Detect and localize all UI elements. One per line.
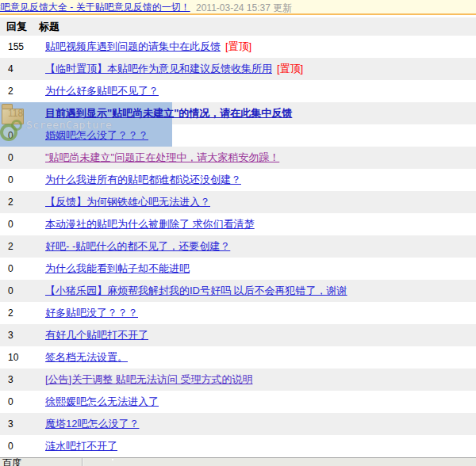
- thread-link[interactable]: 好吧- -贴吧什么的都不见了，还要创建？: [45, 240, 230, 252]
- updated-timestamp: 2011-03-24 15:37 更新: [196, 2, 292, 15]
- thread-link[interactable]: 签名档无法设置。: [45, 351, 128, 363]
- reply-count: 3: [0, 374, 45, 385]
- reply-count: 0: [0, 152, 45, 163]
- table-row: 0 【小猪乐园】麻烦帮我解封我的ID号好吗 以后不会再犯错了，谢谢: [0, 280, 476, 302]
- thread-title-cell: 魔塔12吧怎么没了？: [45, 417, 139, 431]
- thread-link[interactable]: 贴吧视频库遇到问题的请集中在此反馈: [45, 40, 221, 52]
- thread-link[interactable]: 本动漫社的贴吧为什么被删除了 求你们看清楚: [45, 218, 255, 230]
- thread-link[interactable]: 有好几个贴吧打不开了: [45, 329, 148, 341]
- watermark-text: ScreenCapture: [26, 119, 112, 131]
- thread-link[interactable]: [公告]关于调整 贴吧无法访问 受理方式的说明: [45, 373, 252, 385]
- thread-title-cell: 好多贴吧没了？？？: [45, 306, 138, 320]
- column-header-title: 标题: [39, 20, 476, 34]
- thread-title-cell: 徐熙媛吧怎么无法进入了: [45, 395, 159, 409]
- table-row: 2 好吧- -贴吧什么的都不见了，还要创建？: [0, 235, 476, 258]
- thread-title-cell: 为什么好多贴吧不见了？: [45, 84, 159, 98]
- reply-count: 2: [0, 86, 45, 97]
- thread-title-cell: 【临时置顶】本贴吧作为意见和建议反馈收集所用[置顶]: [45, 62, 303, 76]
- table-row: 2 【反馈】为何钢铁雄心吧无法进入？: [0, 191, 476, 213]
- thread-title-cell: 本动漫社的贴吧为什么被删除了 求你们看清楚: [45, 217, 255, 231]
- table-row: 0 为什么我进所有的贴吧都谁都说还没创建？: [0, 169, 476, 191]
- thread-link[interactable]: 婚姻吧怎么没了？？？: [45, 129, 148, 141]
- reply-count: 0: [0, 285, 45, 296]
- table-row: 3 [公告]关于调整 贴吧无法访问 受理方式的说明: [0, 369, 476, 391]
- reply-count: 2: [0, 197, 45, 208]
- table-row: 0 为什么我能看到帖子却不能进吧: [0, 258, 476, 280]
- reply-count: 10: [0, 352, 45, 363]
- taskbar-divider: [82, 458, 83, 466]
- thread-title-cell: 涟水吧打不开了: [45, 439, 117, 453]
- thread-link[interactable]: 【临时置顶】本贴吧作为意见和建议反馈收集所用: [45, 63, 272, 74]
- thread-link[interactable]: 为什么我能看到帖子却不能进吧: [45, 262, 190, 274]
- thread-link[interactable]: 好多贴吧没了？？？: [45, 307, 138, 319]
- reply-count: 4: [0, 63, 45, 74]
- thread-link[interactable]: 目前遇到显示"贴吧尚未建立"的情况，请在此集中反馈: [45, 107, 292, 119]
- forum-title-link[interactable]: 贴吧意见反馈大全 - 关于贴吧意见反馈的一切！: [0, 1, 190, 14]
- table-row: 0 徐熙媛吧怎么无法进入了: [0, 391, 476, 413]
- thread-link[interactable]: 为什么我进所有的贴吧都谁都说还没创建？: [45, 174, 241, 185]
- table-row: 10 签名档无法设置。: [0, 346, 476, 369]
- table-row: 3 有好几个贴吧打不开了: [0, 324, 476, 346]
- thread-link[interactable]: 【小猪乐园】麻烦帮我解封我的ID号好吗 以后不会再犯错了，谢谢: [45, 285, 347, 296]
- thread-title-cell: 【反馈】为何钢铁雄心吧无法进入？: [45, 195, 210, 209]
- thread-title-cell: 好吧- -贴吧什么的都不见了，还要创建？: [45, 239, 230, 254]
- thread-table-header: 回复 标题: [0, 17, 476, 36]
- reply-count: 0: [0, 174, 45, 185]
- rings-icon-small: [11, 120, 22, 131]
- column-header-replies: 回复: [0, 20, 39, 34]
- thread-link[interactable]: 【反馈】为何钢铁雄心吧无法进入？: [45, 196, 210, 208]
- table-row: 3 魔塔12吧怎么没了？: [0, 413, 476, 435]
- thread-title-cell: 签名档无法设置。: [45, 350, 128, 365]
- thread-link[interactable]: 魔塔12吧怎么没了？: [45, 418, 139, 430]
- table-row: 0 "贴吧尚未建立"问题正在处理中，请大家稍安勿躁！: [0, 147, 476, 169]
- table-row: 2 好多贴吧没了？？？: [0, 302, 476, 324]
- thread-title-cell: 为什么我进所有的贴吧都谁都说还没创建？: [45, 173, 241, 187]
- thread-link[interactable]: "贴吧尚未建立"问题正在处理中，请大家稍安勿躁！: [45, 151, 279, 163]
- taskbar-item-baidu[interactable]: 百度: [2, 457, 21, 466]
- table-row: 155 贴吧视频库遇到问题的请集中在此反馈[置顶]: [0, 36, 476, 58]
- reply-count: 2: [0, 307, 45, 319]
- pinned-tag: [置顶]: [225, 40, 251, 52]
- table-row: 0 涟水吧打不开了: [0, 435, 476, 457]
- reply-count: 0: [0, 263, 45, 274]
- reply-count: 0: [0, 396, 45, 407]
- thread-title-cell: 为什么我能看到帖子却不能进吧: [45, 262, 190, 276]
- reply-count: 0: [0, 441, 45, 452]
- thread-title-cell: 贴吧视频库遇到问题的请集中在此反馈[置顶]: [45, 40, 251, 54]
- taskbar: 百度: [0, 457, 476, 466]
- reply-count: 155: [0, 41, 45, 52]
- thread-title-cell: [公告]关于调整 贴吧无法访问 受理方式的说明: [45, 372, 252, 387]
- reply-count: 2: [0, 241, 45, 252]
- thread-title-cell: 有好几个贴吧打不开了: [45, 328, 148, 342]
- thread-link[interactable]: 为什么好多贴吧不见了？: [45, 85, 159, 97]
- reply-count: 3: [0, 418, 45, 430]
- table-row: 0 本动漫社的贴吧为什么被删除了 求你们看清楚: [0, 213, 476, 235]
- table-row: 2 为什么好多贴吧不见了？: [0, 80, 476, 102]
- baidu-favicon-icon[interactable]: [109, 458, 117, 466]
- thread-table-body: 155 贴吧视频库遇到问题的请集中在此反馈[置顶] 4 【临时置顶】本贴吧作为意…: [0, 36, 476, 457]
- thread-title-cell: "贴吧尚未建立"问题正在处理中，请大家稍安勿躁！: [45, 151, 279, 165]
- thread-link[interactable]: 涟水吧打不开了: [45, 440, 117, 452]
- reply-count: 3: [0, 330, 45, 341]
- pinned-tag: [置顶]: [277, 63, 303, 74]
- table-row: 4 【临时置顶】本贴吧作为意见和建议反馈收集所用[置顶]: [0, 58, 476, 80]
- reply-count: 0: [0, 219, 45, 230]
- thread-link[interactable]: 徐熙媛吧怎么无法进入了: [45, 395, 159, 407]
- thread-title-cell: 【小猪乐园】麻烦帮我解封我的ID号好吗 以后不会再犯错了，谢谢: [45, 284, 347, 298]
- page-topbar: 贴吧意见反馈大全 - 关于贴吧意见反馈的一切！ 2011-03-24 15:37…: [0, 0, 476, 15]
